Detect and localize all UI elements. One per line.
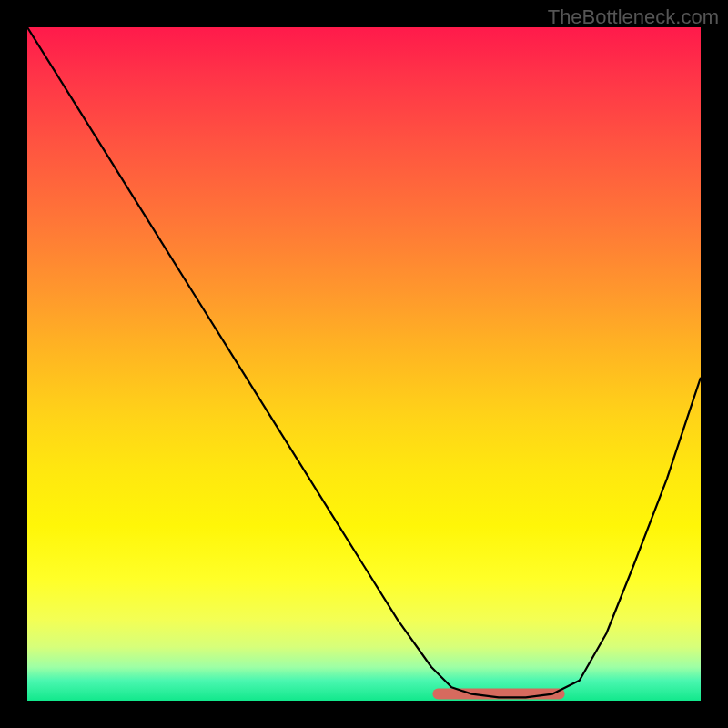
chart-svg: [27, 27, 701, 701]
plot-area: [27, 27, 701, 701]
chart-frame: TheBottleneck.com: [0, 0, 728, 728]
watermark-text: TheBottleneck.com: [548, 5, 719, 29]
bottleneck-curve-line: [27, 27, 701, 697]
